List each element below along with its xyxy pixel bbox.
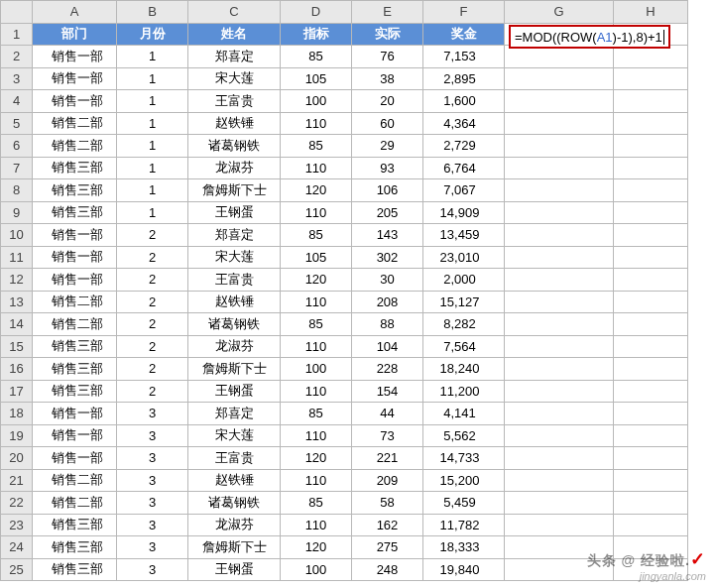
cell-department[interactable]: 销售一部 [33,46,117,68]
cell[interactable] [614,492,688,515]
data-header-cell[interactable]: 奖金 [423,23,505,46]
cell[interactable] [614,224,688,247]
row-header[interactable]: 9 [1,201,33,224]
cell[interactable] [614,358,688,381]
row-header[interactable]: 16 [1,358,33,381]
cell-department[interactable]: 销售二部 [33,291,117,313]
cell[interactable] [505,558,614,581]
cell-name[interactable]: 宋大莲 [188,424,281,447]
cell-month[interactable]: 2 [117,246,188,269]
cell-month[interactable]: 2 [117,269,188,292]
cell-name[interactable]: 赵铁锤 [188,291,281,313]
cell-bonus[interactable]: 2,000 [423,269,505,292]
cell[interactable] [505,67,614,90]
cell-department[interactable]: 销售三部 [33,179,117,202]
cell-name[interactable]: 王钢蛋 [188,558,281,581]
cell-target[interactable]: 110 [281,469,352,492]
cell-target[interactable]: 85 [281,46,352,68]
row-header[interactable]: 21 [1,469,33,492]
cell-month[interactable]: 3 [117,403,188,425]
cell-department[interactable]: 销售三部 [33,157,117,179]
row-header[interactable]: 13 [1,291,33,313]
cell[interactable] [505,424,614,447]
cell-department[interactable]: 销售一部 [33,246,117,269]
row-header[interactable]: 12 [1,269,33,292]
cell-bonus[interactable]: 13,459 [423,224,505,247]
cell-actual[interactable]: 58 [352,492,423,515]
cell-month[interactable]: 3 [117,469,188,492]
cell-name[interactable]: 王钢蛋 [188,380,281,403]
cell-month[interactable]: 1 [117,112,188,135]
cell-month[interactable]: 1 [117,201,188,224]
row-header[interactable]: 20 [1,447,33,470]
row-header[interactable]: 1 [1,23,33,46]
cell-name[interactable]: 赵铁锤 [188,469,281,492]
cell-department[interactable]: 销售三部 [33,514,117,536]
row-header[interactable]: 2 [1,46,33,68]
cell-month[interactable]: 3 [117,514,188,536]
row-header[interactable]: 8 [1,179,33,202]
row-header[interactable]: 22 [1,492,33,515]
cell-bonus[interactable]: 4,141 [423,403,505,425]
row-header[interactable]: 3 [1,67,33,90]
cell-bonus[interactable]: 2,895 [423,67,505,90]
formula-edit-overlay[interactable]: =MOD((ROW(A1)-1),8)+1 [509,25,670,49]
cell-name[interactable]: 王钢蛋 [188,201,281,224]
col-header-F[interactable]: F [423,1,505,24]
cell-bonus[interactable]: 2,729 [423,135,505,158]
row-header[interactable]: 5 [1,112,33,135]
cell-bonus[interactable]: 15,200 [423,469,505,492]
spreadsheet-grid[interactable]: A B C D E F G H 1部门月份姓名指标实际奖金2销售一部1郑喜定85… [0,0,688,581]
cell-target[interactable]: 120 [281,536,352,559]
data-header-cell[interactable]: 部门 [33,23,117,46]
cell-target[interactable]: 85 [281,403,352,425]
cell-actual[interactable]: 209 [352,469,423,492]
cell[interactable] [505,335,614,358]
cell-month[interactable]: 2 [117,224,188,247]
cell-month[interactable]: 2 [117,335,188,358]
cell[interactable] [505,469,614,492]
cell-name[interactable]: 郑喜定 [188,224,281,247]
cell-name[interactable]: 龙淑芬 [188,335,281,358]
cell-bonus[interactable]: 7,067 [423,179,505,202]
cell-department[interactable]: 销售二部 [33,492,117,515]
cell-actual[interactable]: 88 [352,313,423,336]
cell[interactable] [614,90,688,113]
cell-target[interactable]: 100 [281,358,352,381]
cell-department[interactable]: 销售二部 [33,469,117,492]
cell[interactable] [505,514,614,536]
cell-target[interactable]: 110 [281,380,352,403]
cell-department[interactable]: 销售一部 [33,90,117,113]
col-header-G[interactable]: G [505,1,614,24]
cell[interactable] [614,380,688,403]
cell-actual[interactable]: 221 [352,447,423,470]
cell-bonus[interactable]: 14,909 [423,201,505,224]
cell-department[interactable]: 销售二部 [33,112,117,135]
cell-target[interactable]: 85 [281,135,352,158]
cell-department[interactable]: 销售一部 [33,424,117,447]
cell[interactable] [505,179,614,202]
cell-bonus[interactable]: 11,782 [423,514,505,536]
col-header-A[interactable]: A [33,1,117,24]
cell-target[interactable]: 120 [281,179,352,202]
cell-month[interactable]: 1 [117,90,188,113]
cell-actual[interactable]: 104 [352,335,423,358]
cell[interactable] [614,403,688,425]
cell-month[interactable]: 1 [117,46,188,68]
cell-month[interactable]: 2 [117,358,188,381]
cell[interactable] [614,291,688,313]
cell[interactable] [505,403,614,425]
cell-department[interactable]: 销售三部 [33,358,117,381]
cell-target[interactable]: 110 [281,291,352,313]
cell[interactable] [505,536,614,559]
select-all-corner[interactable] [1,1,33,24]
cell[interactable] [505,112,614,135]
cell[interactable] [505,447,614,470]
cell-bonus[interactable]: 18,333 [423,536,505,559]
cell-bonus[interactable]: 1,600 [423,90,505,113]
data-header-cell[interactable]: 姓名 [188,23,281,46]
cell-department[interactable]: 销售二部 [33,313,117,336]
cell[interactable] [614,135,688,158]
cell-name[interactable]: 宋大莲 [188,67,281,90]
cell-month[interactable]: 3 [117,424,188,447]
